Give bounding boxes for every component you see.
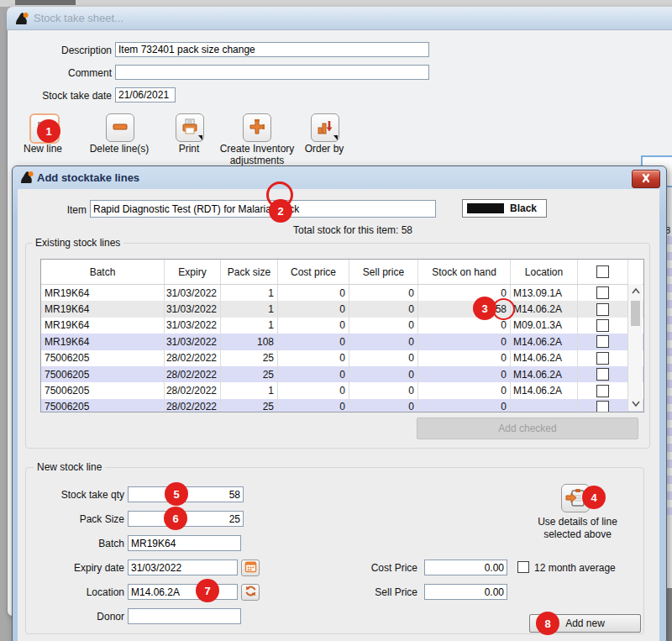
delete-lines-icon bbox=[110, 117, 130, 139]
stock-take-date-field[interactable] bbox=[115, 87, 176, 102]
desktop-top-strip bbox=[0, 0, 672, 7]
column-header-location[interactable]: Location bbox=[511, 260, 578, 285]
delete-lines-label: Delete line(s) bbox=[87, 143, 152, 155]
order-by-icon bbox=[315, 117, 335, 139]
column-header-stock-on-hand[interactable]: Stock on hand bbox=[418, 260, 511, 285]
column-header-cost-price[interactable]: Cost price bbox=[278, 260, 349, 285]
cost-price-label: Cost Price bbox=[333, 562, 417, 574]
main-window-title: Stock take sheet... bbox=[34, 12, 123, 24]
create-inventory-label-line2: adjustments bbox=[214, 155, 300, 166]
callout-1: 1 bbox=[37, 119, 60, 143]
stock-take-date-label: Stock take date bbox=[21, 90, 112, 102]
create-inventory-label-line1: Create Inventory bbox=[214, 143, 300, 155]
scroll-down-icon[interactable] bbox=[631, 398, 641, 408]
screen: Stock take sheet... Description Comment … bbox=[0, 0, 672, 641]
calendar-icon bbox=[244, 560, 257, 575]
column-header-batch[interactable]: Batch bbox=[41, 260, 165, 285]
batch-field[interactable] bbox=[128, 535, 241, 551]
color-name: Black bbox=[510, 202, 537, 214]
table-header-row: Batch Expiry Pack size Cost price Sell p… bbox=[41, 260, 643, 285]
expiry-date-field[interactable] bbox=[128, 560, 238, 575]
location-lookup-button[interactable] bbox=[241, 584, 260, 601]
row-checkbox[interactable] bbox=[596, 385, 609, 397]
dialog-title: Add stocktake lines bbox=[37, 171, 139, 184]
description-label: Description bbox=[21, 45, 112, 56]
twelve-month-average-checkbox[interactable] bbox=[517, 561, 529, 573]
callout-5: 5 bbox=[165, 482, 188, 506]
callout-6: 6 bbox=[164, 507, 187, 530]
order-by-label: Order by bbox=[301, 143, 348, 155]
table-row[interactable]: 75006205 28/02/2022 25 0 0 0 bbox=[41, 399, 643, 412]
comment-field[interactable] bbox=[115, 65, 429, 80]
location-label: Location bbox=[34, 586, 124, 598]
print-button[interactable] bbox=[176, 113, 204, 142]
pipe-valve-icon bbox=[247, 117, 267, 139]
table-row[interactable]: 75006205 28/02/2022 1 0 0 0 M14.06.2A bbox=[41, 382, 643, 398]
stock-lines-table: Batch Expiry Pack size Cost price Sell p… bbox=[40, 259, 644, 412]
total-stock-text: Total stock for this item: 58 bbox=[227, 224, 479, 236]
callout-4: 4 bbox=[582, 486, 606, 509]
row-checkbox[interactable] bbox=[596, 352, 609, 365]
pack-size-label: Pack Size bbox=[34, 513, 124, 525]
color-swatch bbox=[467, 203, 504, 213]
scrollbar-thumb[interactable] bbox=[631, 301, 640, 326]
background-list-rows-fragment bbox=[666, 236, 672, 515]
column-header-checkbox bbox=[578, 260, 628, 285]
print-icon bbox=[180, 117, 200, 139]
row-checkbox[interactable] bbox=[596, 368, 609, 381]
batch-label: Batch bbox=[34, 538, 124, 549]
comment-label: Comment bbox=[21, 67, 112, 79]
close-button[interactable] bbox=[632, 170, 660, 188]
row-checkbox[interactable] bbox=[596, 286, 609, 299]
stock-take-qty-label: Stock take qty bbox=[34, 489, 124, 501]
table-row[interactable]: 75006205 28/02/2022 25 0 0 0 M14.06.2A bbox=[41, 350, 643, 366]
print-label: Print bbox=[167, 143, 211, 155]
refresh-icon bbox=[244, 585, 257, 600]
cost-price-field[interactable] bbox=[424, 560, 507, 575]
use-details-caption: Use details of line selected above bbox=[512, 516, 643, 541]
item-label: Item bbox=[46, 204, 87, 216]
donor-field[interactable] bbox=[128, 608, 241, 624]
sell-price-field[interactable] bbox=[424, 584, 507, 600]
callout-3: 3 bbox=[473, 297, 496, 320]
row-checkbox[interactable] bbox=[596, 335, 609, 348]
scroll-up-icon[interactable] bbox=[631, 286, 641, 297]
sell-price-label: Sell Price bbox=[333, 586, 417, 598]
table-row[interactable]: MR19K64 31/03/2022 108 0 0 0 M14.06.2A bbox=[41, 334, 643, 349]
existing-stock-lines-label: Existing stock lines bbox=[32, 237, 123, 249]
location-field[interactable] bbox=[128, 584, 238, 600]
row-checkbox[interactable] bbox=[596, 319, 609, 332]
description-field[interactable] bbox=[115, 42, 429, 57]
delete-lines-button[interactable] bbox=[106, 113, 134, 142]
item-color-selector[interactable]: Black bbox=[462, 199, 547, 218]
twelve-month-average-label: 12 month average bbox=[534, 562, 616, 574]
calendar-button[interactable] bbox=[241, 560, 260, 576]
expiry-date-label: Expiry date bbox=[34, 562, 124, 574]
item-field[interactable] bbox=[90, 200, 436, 218]
table-scrollbar[interactable] bbox=[627, 284, 643, 411]
column-header-pack-size[interactable]: Pack size bbox=[221, 260, 278, 285]
close-icon bbox=[640, 173, 652, 186]
callout-8: 8 bbox=[536, 612, 559, 635]
background-bottom-fragment bbox=[666, 588, 672, 641]
column-header-expiry[interactable]: Expiry bbox=[165, 260, 221, 285]
dialog-msupply-logo-icon bbox=[18, 169, 35, 186]
row-checkbox[interactable] bbox=[596, 303, 609, 316]
print-dropdown-triangle bbox=[198, 135, 202, 140]
column-header-sell-price[interactable]: Sell price bbox=[349, 260, 418, 285]
background-window-fragment bbox=[15, 0, 76, 5]
callout-2: 2 bbox=[269, 199, 292, 223]
row-checkbox[interactable] bbox=[596, 401, 609, 412]
create-inventory-adjustments-button[interactable] bbox=[243, 113, 271, 142]
table-row[interactable]: MR19K64 31/03/2022 1 0 0 0 M13.09.1A bbox=[41, 285, 643, 301]
table-row[interactable]: MR19K64 31/03/2022 1 0 0 58 M14.06.2A bbox=[41, 301, 643, 317]
table-row[interactable]: 75006205 28/02/2022 25 0 0 0 M14.06.2A bbox=[41, 366, 643, 382]
donor-label: Donor bbox=[34, 611, 124, 623]
header-checkbox[interactable] bbox=[596, 265, 609, 278]
new-stock-line-label: New stock line bbox=[34, 461, 105, 473]
callout-7: 7 bbox=[196, 579, 219, 602]
order-by-dropdown-triangle bbox=[333, 135, 338, 140]
order-by-button[interactable] bbox=[311, 113, 339, 142]
table-row[interactable]: MR19K64 31/03/2022 1 0 0 0 M09.01.3A bbox=[41, 318, 643, 334]
add-checked-button[interactable]: Add checked bbox=[417, 418, 638, 439]
